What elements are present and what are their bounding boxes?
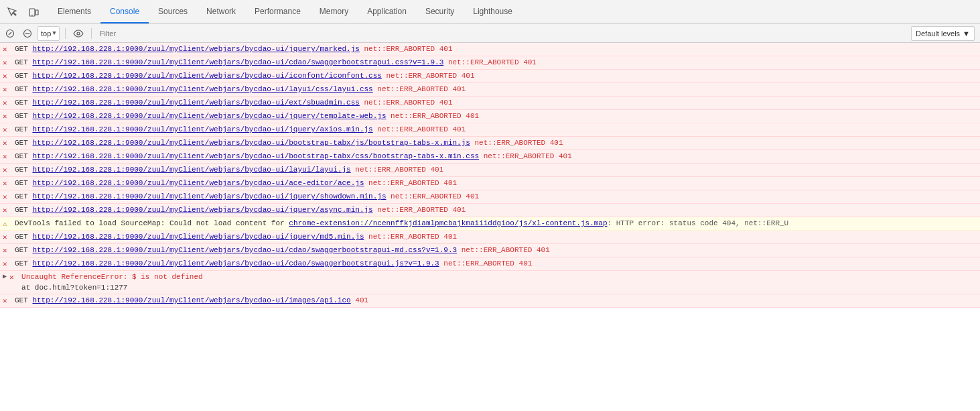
levels-selector[interactable]: Default levels ▼: [911, 26, 975, 41]
error-url[interactable]: http://192.168.228.1:9000/zuul/myClient/…: [32, 58, 443, 66]
error-icon: ✕: [3, 44, 11, 55]
error-url[interactable]: http://192.168.228.1:9000/zuul/myClient/…: [32, 152, 479, 160]
console-message: GET http://192.168.228.1:9000/zuul/myCli…: [15, 204, 980, 215]
tab-application[interactable]: Application: [358, 0, 416, 23]
error-status: net::ERR_ABORTED 401: [382, 72, 475, 80]
error-status: net::ERR_ABORTED 401: [457, 246, 550, 254]
error-status: net::ERR_ABORTED 401: [360, 45, 453, 53]
error-icon: ✕: [3, 84, 11, 95]
console-row: ✕GET http://192.168.228.1:9000/zuul/myCl…: [0, 190, 980, 204]
separator: [65, 28, 66, 39]
context-text: top: [41, 30, 51, 38]
console-message: GET http://192.168.228.1:9000/zuul/myCli…: [15, 70, 980, 81]
console-row: ✕GET http://192.168.228.1:9000/zuul/myCl…: [0, 110, 980, 123]
error-url[interactable]: http://192.168.228.1:9000/zuul/myClient/…: [32, 296, 350, 304]
tab-security[interactable]: Security: [416, 0, 464, 23]
console-message: GET http://192.168.228.1:9000/zuul/myCli…: [15, 57, 980, 68]
console-row: ✕GET http://192.168.228.1:9000/zuul/myCl…: [0, 56, 980, 70]
error-url[interactable]: http://192.168.228.1:9000/zuul/myClient/…: [32, 45, 359, 53]
error-url[interactable]: http://192.168.228.1:9000/zuul/myClient/…: [32, 99, 359, 107]
error-status: 401: [351, 296, 368, 304]
tab-performance[interactable]: Performance: [245, 0, 310, 23]
error-url[interactable]: http://192.168.228.1:9000/zuul/myClient/…: [32, 259, 439, 268]
console-message: GET http://192.168.228.1:9000/zuul/myCli…: [15, 97, 980, 108]
error-location: at doc.html?token=1:1277: [21, 282, 980, 293]
tab-console[interactable]: Console: [100, 0, 149, 23]
console-message: GET http://192.168.228.1:9000/zuul/myCli…: [15, 164, 980, 175]
block-network-button[interactable]: [20, 26, 35, 41]
console-message: GET http://192.168.228.1:9000/zuul/myCli…: [15, 84, 980, 95]
error-url[interactable]: http://192.168.228.1:9000/zuul/myClient/…: [32, 72, 382, 80]
console-message: GET http://192.168.228.1:9000/zuul/myCli…: [15, 151, 980, 162]
error-url[interactable]: http://192.168.228.1:9000/zuul/myClient/…: [32, 139, 470, 147]
error-icon: ✕: [3, 205, 11, 216]
tab-elements[interactable]: Elements: [48, 0, 100, 23]
inspect-element-button[interactable]: [3, 3, 21, 21]
console-message: GET http://192.168.228.1:9000/zuul/myCli…: [15, 137, 980, 148]
error-url[interactable]: http://192.168.228.1:9000/zuul/myClient/…: [32, 246, 457, 254]
error-status: net::ERR_ABORTED 401: [443, 58, 537, 66]
svg-point-7: [77, 32, 80, 35]
error-url[interactable]: http://192.168.228.1:9000/zuul/myClient/…: [32, 85, 372, 93]
svg-point-2: [31, 14, 32, 15]
console-output: ✕GET http://192.168.228.1:9000/zuul/myCl…: [0, 43, 980, 411]
levels-arrow-icon: ▼: [963, 30, 970, 38]
console-row: ✕GET http://192.168.228.1:9000/zuul/myCl…: [0, 294, 980, 308]
error-url[interactable]: http://192.168.228.1:9000/zuul/myClient/…: [32, 125, 372, 133]
console-row: ✕GET http://192.168.228.1:9000/zuul/myCl…: [0, 137, 980, 150]
devtools-toolbar: Elements Console Sources Network Perform…: [0, 0, 980, 24]
error-url[interactable]: http://192.168.228.1:9000/zuul/myClient/…: [32, 112, 386, 120]
tab-lighthouse[interactable]: Lighthouse: [464, 0, 522, 23]
error-status: net::ERR_ABORTED 401: [364, 179, 458, 187]
error-status: net::ERR_ABORTED 401: [373, 85, 466, 93]
console-message: GET http://192.168.228.1:9000/zuul/myCli…: [15, 124, 980, 135]
console-message: GET http://192.168.228.1:9000/zuul/myCli…: [15, 245, 980, 255]
error-icon: ✕: [3, 125, 11, 135]
error-icon: ✕: [3, 165, 11, 176]
error-status: net::ERR_ABORTED 401: [360, 99, 453, 107]
clear-console-button[interactable]: [3, 26, 17, 41]
filter-input[interactable]: [97, 28, 908, 39]
context-arrow-icon: ▼: [52, 30, 56, 37]
console-row: ✕GET http://192.168.228.1:9000/zuul/myCl…: [0, 97, 980, 110]
console-row: ✕GET http://192.168.228.1:9000/zuul/myCl…: [0, 177, 980, 190]
separator2: [91, 28, 92, 39]
error-icon: ✕: [3, 259, 11, 270]
console-row: ▶✕Uncaught ReferenceError: $ is not defi…: [0, 271, 980, 294]
error-url[interactable]: http://192.168.228.1:9000/zuul/myClient/…: [32, 166, 350, 174]
live-expression-button[interactable]: [71, 26, 86, 41]
error-icon: ✕: [3, 98, 11, 109]
tab-network[interactable]: Network: [197, 0, 245, 23]
error-status: net::ERR_ABORTED 401: [387, 112, 480, 120]
console-message: GET http://192.168.228.1:9000/zuul/myCli…: [15, 111, 980, 121]
error-icon: ✕: [3, 245, 11, 256]
error-status: net::ERR_ABORTED 401: [373, 125, 466, 133]
device-toolbar-button[interactable]: [24, 3, 43, 21]
console-row: ✕GET http://192.168.228.1:9000/zuul/myCl…: [0, 231, 980, 244]
tab-sources[interactable]: Sources: [149, 0, 197, 23]
tabs: Elements Console Sources Network Perform…: [48, 0, 522, 23]
console-message: GET http://192.168.228.1:9000/zuul/myCli…: [15, 295, 980, 306]
error-icon: ✕: [3, 152, 11, 162]
error-message: Uncaught ReferenceError: $ is not define…: [21, 272, 980, 282]
levels-text: Default levels: [916, 30, 960, 38]
console-row: ✕GET http://192.168.228.1:9000/zuul/myCl…: [0, 244, 980, 257]
tab-memory[interactable]: Memory: [310, 0, 358, 23]
error-icon: ✕: [3, 71, 11, 82]
error-status: net::ERR_ABORTED 401: [479, 152, 572, 160]
error-status: : HTTP error: status code 404, net::ERR_…: [608, 219, 789, 227]
console-row: ✕GET http://192.168.228.1:9000/zuul/myCl…: [0, 257, 980, 271]
error-icon: ✕: [3, 296, 11, 306]
context-selector[interactable]: top ▼: [38, 26, 60, 41]
error-icon: ✕: [9, 272, 17, 283]
error-url[interactable]: chrome-extension://ncennffkjdiamlpmcbajk…: [289, 219, 607, 227]
expand-icon[interactable]: ▶: [3, 272, 7, 282]
error-url[interactable]: http://192.168.228.1:9000/zuul/myClient/…: [32, 179, 364, 187]
error-icon: ✕: [3, 178, 11, 189]
console-row: ✕GET http://192.168.228.1:9000/zuul/myCl…: [0, 150, 980, 164]
error-url[interactable]: http://192.168.228.1:9000/zuul/myClient/…: [32, 192, 386, 200]
error-url[interactable]: http://192.168.228.1:9000/zuul/myClient/…: [32, 206, 372, 214]
error-url[interactable]: http://192.168.228.1:9000/zuul/myClient/…: [32, 233, 364, 241]
error-status: net::ERR_ABORTED 401: [387, 192, 480, 200]
error-status: net::ERR_ABORTED 401: [439, 259, 533, 268]
